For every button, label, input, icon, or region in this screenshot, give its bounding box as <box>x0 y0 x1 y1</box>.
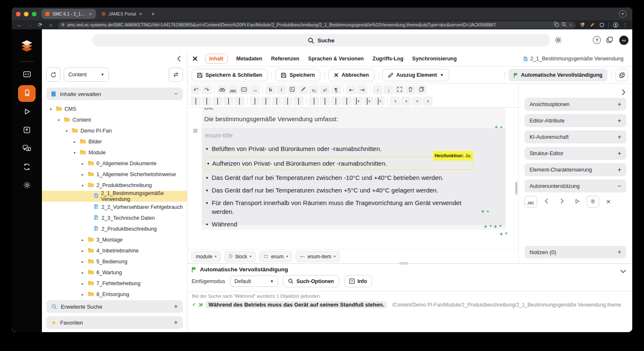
insert-above-control[interactable]: +▲ <box>481 208 490 214</box>
home-button[interactable]: ⌂ <box>47 22 54 28</box>
profile-icon[interactable] <box>613 22 618 28</box>
chevron-right-icon[interactable]: ▸ <box>80 282 85 286</box>
move-up-button[interactable]: ↑ <box>373 85 383 94</box>
expand-section-icon[interactable]: + <box>618 150 621 157</box>
tree-item[interactable]: ▸6_Wartung <box>42 267 187 278</box>
forward-button[interactable]: → <box>26 22 33 28</box>
subscript-button[interactable]: x₂ <box>309 85 319 94</box>
tree-item[interactable]: 2_3_Technische Daten <box>42 213 187 224</box>
chevron-right-icon[interactable]: ▸ <box>80 271 85 275</box>
site-settings-icon[interactable]: ⚙ <box>61 23 65 27</box>
close-window-button[interactable] <box>16 12 21 16</box>
table-button[interactable]: ▾ <box>353 96 363 106</box>
section-element-charakterisierung[interactable]: Element-Charakterisierung+ <box>525 163 626 176</box>
excerpt-element-button[interactable]: Auszug Element ▼ <box>382 69 449 81</box>
expand-section-icon[interactable]: + <box>174 303 178 310</box>
extension-pen-icon[interactable] <box>589 22 595 28</box>
translate-button[interactable]: Az <box>287 85 297 94</box>
open-windows-button[interactable] <box>606 36 613 45</box>
editor-scrollbar[interactable] <box>515 182 517 195</box>
tree-item[interactable]: ▸Bilder <box>42 136 187 147</box>
tree-item[interactable]: ▸8_Entsorgung <box>42 289 187 300</box>
undo-button[interactable]: ↶ <box>191 85 201 94</box>
table-button[interactable] <box>272 96 282 106</box>
bookmark-star-icon[interactable]: ☆ <box>569 23 572 27</box>
help-button[interactable]: ? <box>593 36 601 44</box>
table-button[interactable] <box>213 96 223 106</box>
tree-item[interactable]: 2_1_Bestimmungsgemäße Verwendung <box>42 191 187 202</box>
enum-list-item[interactable]: Für den Transport innerhalb von Räumen m… <box>205 198 473 216</box>
chevron-right-icon[interactable]: ▸ <box>80 173 85 177</box>
browser-tab[interactable]: JAMES Portal✕ <box>98 9 146 19</box>
expand-section-icon[interactable]: + <box>618 101 621 108</box>
breadcrumb-enum-item-button[interactable]: enum-item▾ <box>296 251 340 262</box>
tree-item[interactable]: ▸4_Inbetriebnahme <box>42 245 187 256</box>
module-block[interactable]: Die bestimmungsgemäße Verwendung umfasst… <box>202 108 506 230</box>
delete-button[interactable] <box>405 85 415 94</box>
chevron-right-icon[interactable]: ▸ <box>80 249 85 253</box>
table-button[interactable] <box>202 96 212 106</box>
code-button[interactable] <box>239 85 249 94</box>
tree-item[interactable]: ▸0_Allgemeine Dokumente <box>42 158 187 169</box>
collapse-right-panel-button[interactable] <box>621 89 626 97</box>
tree-section-header[interactable]: Inhalte verwalten − <box>46 88 183 100</box>
chevron-down-icon[interactable]: ▾ <box>48 107 53 111</box>
notes-section[interactable]: Notizen (0) + <box>525 246 626 258</box>
minimize-window-button[interactable] <box>24 12 29 16</box>
expand-section-icon[interactable]: + <box>174 319 178 326</box>
advanced-search-section[interactable]: Erweiterte Suche + <box>46 300 183 313</box>
section-editor-attribute[interactable]: Editor-Attribute+ <box>525 114 626 127</box>
copy-button[interactable] <box>416 85 426 94</box>
table-button[interactable] <box>250 96 260 106</box>
highlighter-button[interactable] <box>298 85 308 94</box>
breadcrumb-block-button[interactable]: block▾ <box>224 251 256 262</box>
table-button[interactable]: ▾ <box>374 96 384 106</box>
zoom-icon[interactable] <box>561 22 566 28</box>
breadcrumb-enum-button[interactable]: enum▾ <box>259 251 292 262</box>
window-controls[interactable] <box>16 12 36 16</box>
browser-tab[interactable]: SMC 6.1 - 2_1_Bestimmungs...✕ <box>42 9 96 19</box>
extension-color-icon[interactable] <box>579 22 585 28</box>
enum-block[interactable]: enum-title Belüften von Privat- und Büro… <box>202 128 506 225</box>
rail-sync-button[interactable] <box>18 159 36 176</box>
next-button[interactable] <box>556 196 568 208</box>
superscript-button[interactable]: x² <box>320 85 330 94</box>
intro-paragraph[interactable]: Die bestimmungsgemäße Verwendung umfasst… <box>204 115 338 122</box>
chevron-right-icon[interactable]: ▸ <box>80 293 85 296</box>
insert-mode-select[interactable]: Default ▼ <box>230 276 278 287</box>
redo-button[interactable]: ↷ <box>202 85 212 94</box>
insert-below-control[interactable]: +▼ <box>499 231 508 237</box>
collapse-section-icon[interactable]: − <box>174 91 178 97</box>
tab-close-icon[interactable]: ✕ <box>139 12 142 16</box>
tree-item[interactable]: ▾Module <box>42 147 187 158</box>
play-button[interactable] <box>571 196 584 208</box>
tree-item[interactable]: ▸7_Fehlerbehebung <box>42 278 187 289</box>
table-button[interactable] <box>293 96 304 106</box>
expand-section-icon[interactable]: + <box>618 166 621 173</box>
close-button[interactable]: ✕ <box>602 196 615 208</box>
expand-section-icon[interactable]: + <box>618 134 621 140</box>
tab-close-icon[interactable]: ✕ <box>89 12 92 16</box>
rail-settings-button[interactable] <box>18 177 36 194</box>
table-button[interactable] <box>283 96 293 106</box>
rail-screens-button[interactable] <box>18 67 36 83</box>
enum-list-item[interactable]: Das Gerät darf nur bei Temperaturen zwis… <box>205 173 473 182</box>
settings-button[interactable] <box>587 196 599 208</box>
reload-button[interactable]: ⟳ <box>37 22 44 28</box>
chevron-right-icon[interactable]: ▸ <box>72 140 77 144</box>
save-button[interactable]: Speichern <box>275 69 320 81</box>
prev-button[interactable] <box>540 196 553 208</box>
table-button[interactable] <box>320 96 330 106</box>
section-autorenunterst-tzung[interactable]: Autorenunterstützung− <box>525 179 626 192</box>
maximize-window-button[interactable] <box>32 12 36 16</box>
align-button[interactable]: ▾ <box>423 96 433 106</box>
table-button[interactable] <box>342 96 352 106</box>
autocomplete-toggle-button[interactable]: Automatische Vervollständigung <box>509 69 608 81</box>
chevron-down-icon[interactable]: ▾ <box>72 151 77 155</box>
panel-resize-handle[interactable] <box>399 262 408 265</box>
favorites-section[interactable]: ★ Favoriten + <box>46 316 183 329</box>
table-button[interactable] <box>234 96 244 106</box>
user-avatar[interactable]: mr <box>619 36 628 45</box>
chevron-right-icon[interactable]: ▸ <box>80 162 85 166</box>
chevron-right-icon[interactable]: ▸ <box>80 238 85 242</box>
